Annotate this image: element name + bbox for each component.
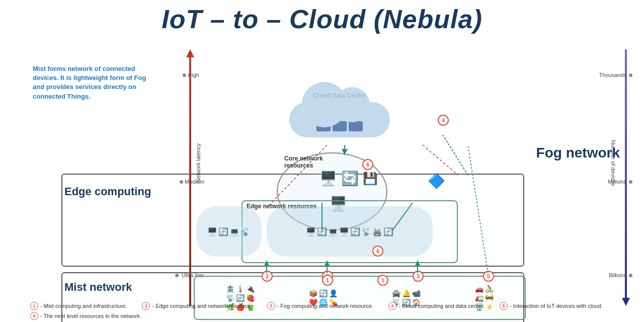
badge-4: 4 [438, 115, 449, 126]
legend-text-6: - The next level resources in the networ… [40, 313, 141, 319]
badge-6-edge: 6 [372, 246, 383, 257]
legend-text-4: - Cloud computing and data center. [398, 303, 485, 309]
tick-billions: Billions [609, 272, 626, 278]
legend: 1 - Mist computing and infrastructure. 2… [30, 300, 614, 322]
cloud-datacenter: Cloud Data Center [272, 92, 408, 147]
legend-item-4: 4 - Cloud computing and data center. [388, 302, 485, 310]
mist-description: Mist forms network of connected devices.… [33, 64, 148, 101]
network-device-icon: 🔷 [428, 173, 445, 189]
badge-3-right: 3 [413, 271, 424, 282]
badge-6-core: 6 [362, 159, 373, 170]
edge-device-cloud-left: 🖥️ 🔄 💻 📡 [196, 206, 262, 257]
legend-item-1: 1 - Mist computing and infrastructure. [30, 302, 127, 310]
devices-axis [622, 49, 630, 306]
legend-badge-6: 6 [30, 312, 38, 320]
legend-badge-5: 5 [500, 302, 508, 310]
legend-badge-1: 1 [30, 302, 38, 310]
legend-badge-3: 3 [267, 302, 275, 310]
legend-badge-2: 2 [142, 302, 150, 310]
tick-high: High [188, 72, 199, 78]
tick-thousands: Thousands [599, 72, 626, 78]
legend-item-6: 6 - The next level resources in the netw… [30, 312, 141, 320]
page-title: IoT – to – Cloud (Nebula) [0, 0, 644, 34]
badge-2: 2 [262, 271, 273, 282]
legend-item-2: 2 - Edge computing and network resource. [142, 302, 252, 310]
legend-text-2: - Edge computing and network resource. [152, 303, 252, 309]
tick-millions: Millions [608, 179, 626, 185]
badge-1-left: 1 [322, 275, 333, 286]
svg-line-8 [443, 135, 468, 175]
legend-badge-4: 4 [388, 302, 396, 310]
core-network-label: Core networkresources [284, 155, 323, 169]
legend-text-5: - Interaction of IoT devices with cloud. [510, 303, 602, 309]
cloud-shape [289, 102, 390, 137]
core-network-icons: 🖥️ 🔄 💾 [319, 170, 378, 187]
axis-arrow-down [622, 298, 630, 306]
axis-arrow-up [186, 49, 194, 57]
legend-item-3: 3 - Fog computing and network resource. [267, 302, 373, 310]
fog-network-label: Fog network [536, 145, 620, 161]
legend-item-5: 5 - Interaction of IoT devices with clou… [500, 302, 602, 310]
svg-line-4 [423, 145, 458, 175]
legend-text-3: - Fog computing and network resource. [277, 303, 373, 309]
mist-network-label-text: Mist network [64, 281, 132, 294]
main-diagram: Mist forms network of connected devices.… [30, 44, 634, 311]
badge-5: 5 [483, 271, 494, 282]
badge-1-right: 1 [377, 275, 388, 286]
edge-computing-label: Edge computing [64, 185, 151, 198]
legend-text-1: - Mist computing and infrastructure. [40, 303, 127, 309]
edge-device-cloud-right: 🖥️ 🔄 💻 🖥️ 🔄 📡 🖨️ 🔄 [267, 206, 433, 257]
axis-line-right [625, 49, 627, 298]
